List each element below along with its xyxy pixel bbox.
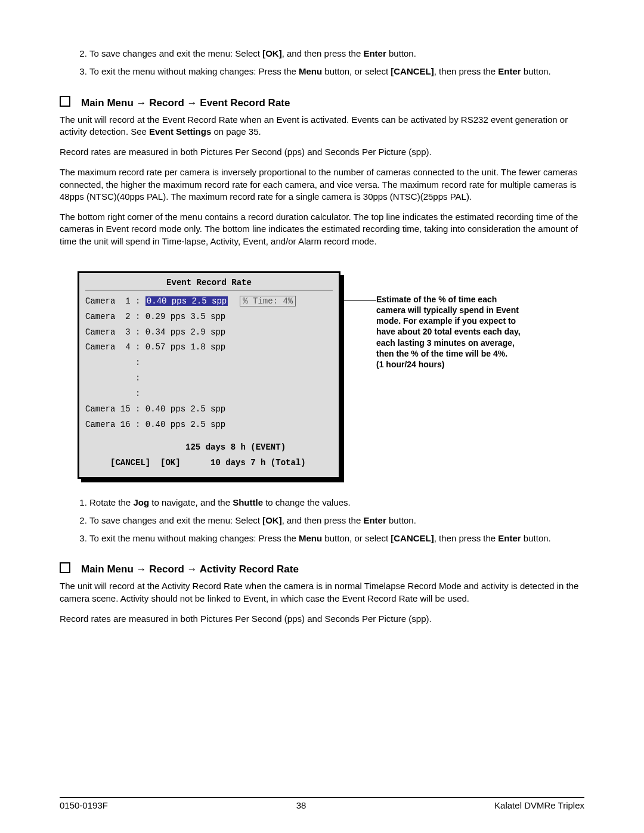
top-instruction-list: To save changes and exit the menu: Selec… (72, 48, 584, 78)
step-item-3: To exit the menu without making changes:… (89, 532, 584, 544)
menu-screenshot: Event Record Rate Camera 1 : 0.40 pps 2.… (78, 271, 340, 479)
menu-body: Camera 1 : 0.40 pps 2.5 spp% Time: 4% Ca… (79, 290, 339, 439)
footer-page-number: 38 (296, 800, 306, 810)
footer-product-name: Kalatel DVMRe Triplex (494, 800, 584, 810)
menu-title: Event Record Rate (85, 273, 333, 290)
footer-doc-number: 0150-0193F (60, 800, 108, 810)
event-record-rate-menu: Event Record Rate Camera 1 : 0.40 pps 2.… (78, 271, 340, 479)
paragraph: The maximum record rate per camera is in… (60, 166, 584, 203)
step-item-2: To save changes and exit the menu: Selec… (89, 515, 584, 527)
callout-text: Estimate of the % of time each camera wi… (376, 294, 525, 370)
instruction-item-3: To exit the menu without making changes:… (89, 66, 584, 78)
steps-list: Rotate the Jog to navigate, and the Shut… (72, 497, 584, 545)
figure-row: Event Record Rate Camera 1 : 0.40 pps 2.… (78, 271, 584, 479)
instruction-item-2: To save changes and exit the menu: Selec… (89, 48, 584, 60)
menu-footer: 125 days 8 h (EVENT) [CANCEL] [OK] 10 da… (79, 439, 339, 477)
paragraph: Record rates are measured in both Pictur… (60, 613, 584, 625)
page-footer: 0150-0193F 38 Kalatel DVMRe Triplex (60, 797, 584, 810)
paragraph: The unit will record at the Activity Rec… (60, 580, 584, 605)
step-item-1: Rotate the Jog to navigate, and the Shut… (89, 497, 584, 509)
callout-connector-line (343, 300, 376, 301)
page: To save changes and exit the menu: Selec… (0, 0, 644, 833)
checkbox-icon (60, 562, 70, 573)
paragraph: The bottom right corner of the menu cont… (60, 211, 584, 247)
time-percent-box: % Time: 4% (240, 296, 296, 306)
checkbox-icon (60, 96, 70, 107)
paragraph: The unit will record at the Event Record… (60, 114, 584, 138)
paragraph: Record rates are measured in both Pictur… (60, 146, 584, 158)
section-heading-event-record-rate: Main Menu → Record → Event Record Rate (60, 96, 584, 109)
section-heading-activity-record-rate: Main Menu → Record → Activity Record Rat… (60, 562, 584, 575)
selected-value: 0.40 pps 2.5 spp (145, 296, 228, 306)
